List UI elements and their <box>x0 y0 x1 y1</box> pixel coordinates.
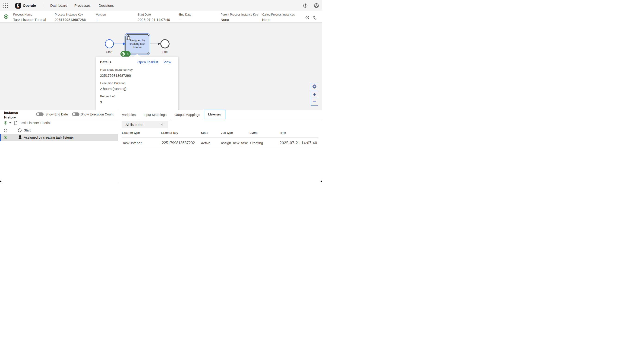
svg-text:Start: Start <box>106 50 112 54</box>
svg-text:listener: listener <box>133 46 142 49</box>
svg-text:End: End <box>162 50 168 54</box>
svg-text:creating task: creating task <box>130 42 146 46</box>
svg-text:1: 1 <box>127 52 129 56</box>
svg-text:Assigned by: Assigned by <box>130 39 145 42</box>
